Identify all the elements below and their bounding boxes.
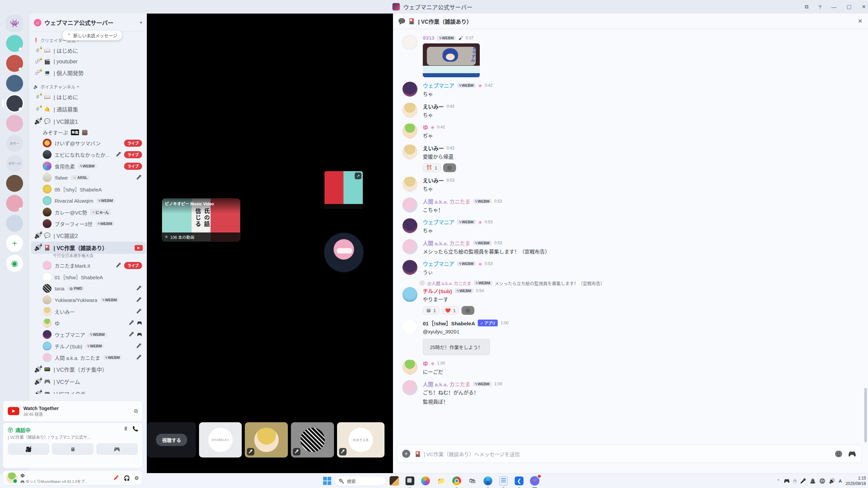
discord-home[interactable]: 👾 xyxy=(6,15,23,32)
message-author[interactable]: 人間 a.k.a. カニたま xyxy=(423,239,470,247)
camera-button[interactable]: 🎥 xyxy=(8,443,49,455)
avatar[interactable] xyxy=(402,177,417,191)
message[interactable]: 01［!shw］ShabeleA✓ アプリ1:00@xyulyu_3920125… xyxy=(393,315,865,355)
close-button[interactable]: ✕ xyxy=(862,4,866,10)
avatar[interactable] xyxy=(402,198,417,212)
avatar[interactable] xyxy=(402,380,417,395)
avatar[interactable] xyxy=(6,472,17,483)
reaction-pill[interactable]: おかえり1 xyxy=(423,163,441,172)
taskbar-clock[interactable]: 1:15 2025/08/16 xyxy=(846,475,866,486)
app-copilot[interactable] xyxy=(420,475,431,487)
participant-blonde[interactable] xyxy=(245,422,288,458)
gif-activity-icon[interactable]: 🎮 xyxy=(848,451,856,457)
message[interactable]: 人間 a.k.a. カニたまϟWEBM1:09ごち！ねむ！がんがる！監視員ぼ！ xyxy=(393,376,865,406)
app-discord[interactable]: 👾 xyxy=(529,475,540,487)
voice-user-9[interactable]: けいず@サツマバンライブ xyxy=(31,137,145,149)
screen-share-button[interactable]: 🖥 xyxy=(52,443,93,455)
reaction-pill[interactable]: ❤️1 xyxy=(442,306,459,314)
avatar[interactable] xyxy=(402,287,417,302)
emoji-picker-icon[interactable]: 🙂 xyxy=(835,451,843,457)
server-anime-pink[interactable] xyxy=(6,195,23,212)
server-portrait-2[interactable] xyxy=(6,175,23,192)
server-teal-face[interactable] xyxy=(6,35,23,52)
avatar[interactable] xyxy=(402,35,417,50)
message-author[interactable]: 人間 a.k.a. カニたま xyxy=(423,380,470,388)
voice-user-16[interactable]: ブターフィー3世ϟWEBM xyxy=(31,218,145,229)
message-author[interactable]: ウェブマニア xyxy=(423,82,454,89)
voice-user-25[interactable]: ウェブマニアϟWEBM🎮 xyxy=(31,329,145,340)
voice-user-15[interactable]: カレー@VC勢◓にゃ~ん xyxy=(31,206,145,218)
avatar[interactable] xyxy=(402,218,417,233)
taskbar-search[interactable]: 🔍 検索 xyxy=(334,476,386,486)
avatar[interactable] xyxy=(402,103,417,118)
server-light[interactable] xyxy=(6,215,23,232)
message-author[interactable]: 人間 a.k.a. カニたま xyxy=(423,198,470,205)
app-dark-window[interactable] xyxy=(404,475,416,487)
message-input[interactable]: + 🎴 | VC作業（雑談あり）へメッセージを送信 🙂 🎮 xyxy=(396,445,862,463)
voice-channel-30[interactable]: 🔊🔒🎮| VCマイクラ xyxy=(31,388,145,394)
message-author[interactable]: チルノ(Sub) xyxy=(423,287,452,294)
message[interactable]: ウェブマニアϟWEBM◈0:53うぃ xyxy=(393,256,865,277)
new-unread-banner[interactable]: ⌃ 新しい未読メッセージ xyxy=(62,30,122,40)
add-server[interactable]: + xyxy=(6,235,23,252)
app-chrome[interactable] xyxy=(451,475,462,487)
app-code-editor[interactable]: ❮ xyxy=(513,475,525,487)
app-store[interactable]: 🛍 xyxy=(467,475,478,487)
participant-dots[interactable] xyxy=(291,422,334,458)
message-author[interactable]: ウェブマニア xyxy=(423,260,454,267)
message[interactable]: 人間 a.k.a. カニたまϟWEBM0:53こちゃ！ xyxy=(393,193,865,214)
message[interactable]: えいみー0:42ちゃ xyxy=(393,98,865,119)
participant-sketch[interactable]: のゆきら木 xyxy=(337,422,384,458)
activity-button[interactable]: 🎮 xyxy=(96,443,138,455)
external-link-icon[interactable]: ↗ xyxy=(355,172,361,179)
gear-icon[interactable]: ⚙ xyxy=(135,475,139,481)
message-author[interactable]: 8313 xyxy=(423,35,434,41)
noise-suppression-icon[interactable]: 🎚 xyxy=(124,426,129,431)
app-edge[interactable] xyxy=(482,475,494,487)
message[interactable]: チルノ(Sub)ϟWEBM0:54やりまーす😁1❤️1🙂 xyxy=(393,286,865,315)
avatar[interactable] xyxy=(402,319,417,334)
message[interactable]: えいみー0:42愛媛から帰還おかえり1🙂 xyxy=(393,140,865,172)
server-initials-1[interactable]: のサー xyxy=(6,135,23,152)
message-author[interactable]: えいみー xyxy=(423,103,444,110)
tray-mouse-icon[interactable]: 🖱 xyxy=(793,478,796,484)
avatar[interactable] xyxy=(402,360,417,374)
disconnect-icon[interactable]: 📞 xyxy=(133,426,138,431)
message[interactable]: ゆ◈0:42ぢゃ xyxy=(393,119,865,140)
server-photo-collage[interactable] xyxy=(6,55,23,72)
voice-channel-7[interactable]: 🔊🔒💬| VC雑談1 xyxy=(31,115,145,127)
tray-mic-icon[interactable]: 🎤 xyxy=(800,478,806,484)
help-icon[interactable]: ? xyxy=(818,4,821,10)
bot-quote-box[interactable]: 25時だ！作業をしよう！ xyxy=(423,339,490,355)
avatar[interactable] xyxy=(402,123,417,138)
text-channel-6[interactable]: #🔒🤙| 通話募集 xyxy=(31,103,145,115)
avatar[interactable] xyxy=(402,260,417,275)
category-4[interactable]: 🔉ボイスチャンネル▾ xyxy=(31,79,145,91)
reaction-pill[interactable]: 😁1 xyxy=(423,306,439,314)
tray-speaker-icon[interactable]: 🔊 xyxy=(829,478,835,484)
app-photos[interactable] xyxy=(389,475,400,487)
message[interactable]: えいみー0:53ちゃ xyxy=(393,172,865,193)
playlist-thumbnail[interactable]: 信じる 氏の話 ピノキオピー Music Video ≡ 106 本の動画 xyxy=(162,198,240,242)
message-author[interactable]: ウェブマニア xyxy=(423,218,454,226)
app-notepad[interactable] xyxy=(498,475,509,487)
popout-icon[interactable]: ⧉ xyxy=(134,408,138,414)
avatar[interactable] xyxy=(402,82,417,97)
message-author[interactable]: 01［!shw］ShabeleA xyxy=(423,319,475,327)
maximize-button[interactable]: ▢ xyxy=(847,4,851,10)
avatar[interactable] xyxy=(402,239,417,254)
video-mini-thumbnail[interactable]: ↗ xyxy=(324,171,363,209)
message-author[interactable]: ゆ xyxy=(423,360,428,367)
voice-user-19[interactable]: カニたまMark.IIライブ xyxy=(31,260,145,271)
message[interactable]: 8313ϟWEBM🖌0:37おやすみ xyxy=(393,30,865,77)
message[interactable]: 人間 a.k.a. カニたまϟWEBM0:53メシったら立ち絵の監視員を募集しま… xyxy=(393,235,865,256)
tray-bell-icon[interactable]: 🔔 xyxy=(810,478,815,484)
message-author[interactable]: えいみー xyxy=(423,177,444,184)
text-channel-3[interactable]: 🗪🔒💻| 個人開発勢 xyxy=(31,67,145,79)
participant-shabelea[interactable]: SHABELEA xyxy=(199,422,242,458)
pip-icon[interactable]: ⧉ xyxy=(805,4,808,10)
chat-scrollbar[interactable] xyxy=(864,388,867,442)
app-explorer[interactable]: 📁 xyxy=(435,475,447,487)
message[interactable]: ゆ◈1:00にーごだ xyxy=(393,355,865,376)
tray-game-icon[interactable]: 🎮 xyxy=(784,478,790,484)
